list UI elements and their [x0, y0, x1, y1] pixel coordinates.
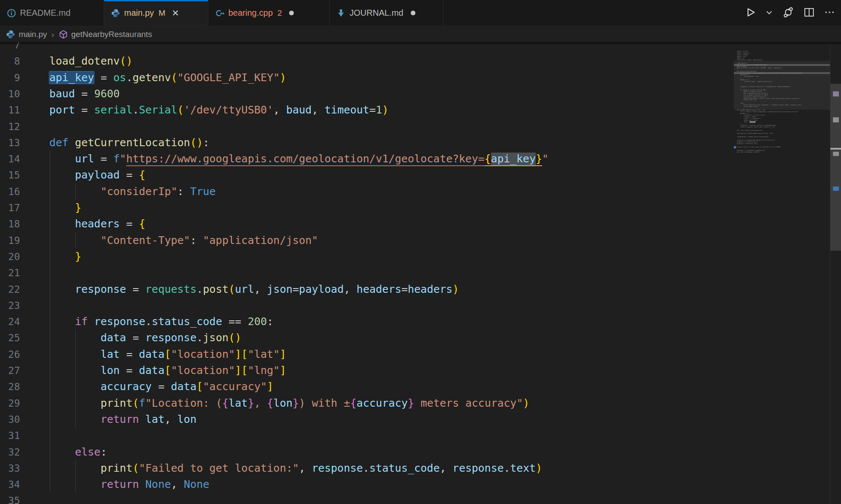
tab-main-py[interactable]: main.pyM✕: [104, 0, 208, 26]
open-changes-icon: [782, 6, 794, 20]
symbol-method-icon: [59, 30, 68, 39]
ellipsis-icon: [824, 7, 835, 20]
more-actions-button[interactable]: [824, 7, 835, 20]
code-line-11[interactable]: port = serial.Serial('/dev/ttyUSB0', bau…: [49, 102, 389, 118]
minimap[interactable]: import serial import requests import ran…: [734, 42, 830, 504]
line-number-31[interactable]: 31: [0, 428, 20, 444]
code-line-30[interactable]: return lat, lon: [49, 411, 196, 428]
line-number-10[interactable]: 10: [0, 86, 20, 102]
line-number-14[interactable]: 14: [0, 151, 20, 167]
indent-guide: [75, 184, 76, 200]
code-line-27[interactable]: lon = data["location"]["lng"]: [49, 362, 286, 379]
split-editor-button[interactable]: [804, 7, 815, 20]
code-line-8[interactable]: load_dotenv(): [49, 53, 133, 69]
cpp-icon: [215, 8, 224, 18]
code-line-28[interactable]: accuracy = data["accuracy"]: [49, 379, 273, 395]
line-number-11[interactable]: 11: [0, 102, 20, 118]
play-icon: [745, 7, 756, 20]
code-line-13[interactable]: def getCurrentLocation():: [49, 135, 209, 151]
line-number-33[interactable]: 33: [0, 460, 20, 476]
overview-ruler-mark-purple: [833, 91, 839, 96]
breadcrumb-file[interactable]: main.py: [19, 30, 47, 39]
code-line-19[interactable]: "Content-Type": "application/json": [49, 232, 318, 249]
indent-guide: [75, 460, 76, 493]
code-line-22[interactable]: response = requests.post(url, json=paylo…: [49, 281, 459, 297]
overview-ruler-mark-gray-line: [830, 148, 841, 150]
line-number-8[interactable]: 8: [0, 53, 20, 69]
tab-label: bearing.cpp: [228, 8, 273, 18]
line-number-25[interactable]: 25: [0, 330, 20, 346]
arrow-down-icon: [336, 8, 346, 18]
minimap-viewport-indicator[interactable]: [734, 61, 830, 110]
tab-bearing-cpp[interactable]: bearing.cpp2: [208, 0, 330, 26]
code-line-9[interactable]: api_key = os.getenv("GOOGLE_API_KEY"): [49, 70, 286, 86]
tab-journal-md[interactable]: JOURNAL.md: [330, 0, 443, 26]
line-number-18[interactable]: 18: [0, 216, 20, 232]
line-number-26[interactable]: 26: [0, 346, 20, 362]
chevron-down-icon: [765, 8, 773, 18]
run-button[interactable]: [745, 7, 756, 20]
code-line-18[interactable]: headers = {: [49, 216, 145, 232]
minimap-word-match: [750, 121, 756, 123]
indent-guide: [75, 330, 76, 428]
dirty-dot-icon[interactable]: [289, 11, 294, 15]
line-number-34[interactable]: 34: [0, 476, 20, 493]
close-icon[interactable]: ✕: [172, 8, 179, 17]
breadcrumb-symbol[interactable]: getNearbyRestaurants: [71, 30, 152, 39]
code-line-16[interactable]: "considerIp": True: [49, 184, 216, 200]
line-number-15[interactable]: 15: [0, 167, 20, 183]
code-line-25[interactable]: data = response.json(): [49, 330, 242, 346]
dirty-dot-icon[interactable]: [411, 11, 415, 15]
vertical-scrollbar[interactable]: [830, 42, 841, 504]
scrollbar-slider[interactable]: [830, 84, 841, 251]
line-number-7[interactable]: 7: [0, 42, 20, 53]
tab-badge: M: [159, 8, 165, 18]
line-number-29[interactable]: 29: [0, 395, 20, 411]
tab-label: JOURNAL.md: [349, 8, 403, 18]
line-number-23[interactable]: 23: [0, 297, 20, 314]
word-highlight-api-key: api_key: [49, 71, 94, 84]
code-line-17[interactable]: }: [49, 200, 81, 216]
line-number-24[interactable]: 24: [0, 314, 20, 330]
line-number-22[interactable]: 22: [0, 281, 20, 297]
code-line-29[interactable]: print(f"Location: ({lat}, {lon}) with ±{…: [49, 395, 529, 411]
line-number-19[interactable]: 19: [0, 232, 20, 249]
code-editor[interactable]: 7891011121314151617181920212223242526272…: [0, 42, 841, 504]
tab-bar: README.mdmain.pyM✕bearing.cpp2JOURNAL.md: [0, 0, 841, 26]
code-line-33[interactable]: print("Failed to get location:", respons…: [49, 460, 542, 476]
line-number-27[interactable]: 27: [0, 362, 20, 379]
code-line-14[interactable]: url = f"https://www.googleapis.com/geolo…: [49, 151, 548, 167]
code-line-26[interactable]: lat = data["location"]["lat"]: [49, 346, 286, 362]
line-number-16[interactable]: 16: [0, 184, 20, 200]
overview-ruler-mark-gray: [833, 152, 839, 156]
code-line-20[interactable]: }: [49, 249, 81, 265]
overview-ruler-mark-blue: [833, 187, 839, 191]
open-changes-button[interactable]: [782, 6, 794, 20]
line-number-20[interactable]: 20: [0, 249, 20, 265]
code-line-15[interactable]: payload = {: [49, 167, 145, 183]
line-number-13[interactable]: 13: [0, 135, 20, 151]
tab-label: README.md: [20, 8, 71, 18]
tab-label: main.py: [124, 8, 154, 18]
tab-badge: 2: [278, 8, 282, 18]
line-number-9[interactable]: 9: [0, 70, 20, 86]
code-line-34[interactable]: return None, None: [49, 476, 209, 493]
chevron-right-icon: ›: [51, 29, 54, 40]
code-line-32[interactable]: else:: [49, 444, 107, 460]
code-line-10[interactable]: baud = 9600: [49, 86, 120, 102]
line-number-28[interactable]: 28: [0, 379, 20, 395]
code-line-24[interactable]: if response.status_code == 200:: [49, 314, 273, 330]
tab-readme-md[interactable]: README.md: [0, 0, 104, 26]
line-number-32[interactable]: 32: [0, 444, 20, 460]
line-number-21[interactable]: 21: [0, 265, 20, 281]
line-number-17[interactable]: 17: [0, 200, 20, 216]
overview-ruler-mark-gray: [833, 117, 839, 122]
run-dropdown-button[interactable]: [765, 8, 773, 18]
python-icon: [6, 30, 15, 39]
editor-actions-toolbar: [745, 0, 835, 26]
word-highlight-api-key: api_key: [491, 153, 536, 166]
scroll-shadow: [0, 42, 841, 45]
line-number-12[interactable]: 12: [0, 119, 20, 135]
line-number-30[interactable]: 30: [0, 411, 20, 428]
line-number-35[interactable]: 35: [0, 493, 20, 504]
